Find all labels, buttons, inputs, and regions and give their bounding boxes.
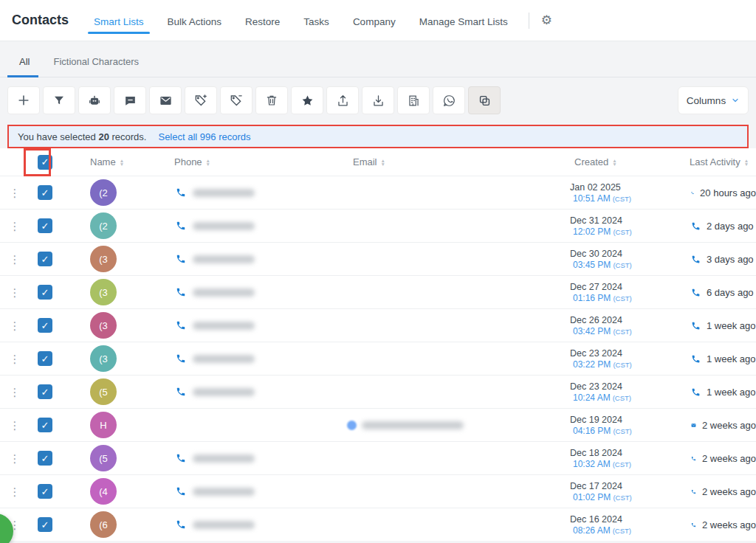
avatar[interactable]: (3	[90, 246, 117, 272]
row-checkbox[interactable]: ✓	[38, 517, 52, 532]
select-all-checkbox[interactable]: ✓	[38, 155, 52, 170]
avatar[interactable]: (3	[90, 312, 117, 339]
created-time: 12:02 PM(CST)	[570, 226, 632, 237]
selection-banner-wrap: You have selected 20 records. Select all…	[7, 125, 749, 148]
avatar[interactable]: H	[90, 412, 117, 438]
add-contact-button[interactable]	[7, 86, 40, 114]
sort-icon[interactable]: ▲▼	[381, 159, 385, 166]
redacted-phone	[193, 222, 255, 230]
filter-button[interactable]	[43, 86, 75, 114]
phone-icon	[176, 254, 186, 264]
last-activity-cell: 1 week ago	[675, 353, 756, 364]
company-button[interactable]	[397, 86, 430, 114]
table-row: ⋮ ✓ (5 Dec 23 2024 10:24 AM(CST) 1 week …	[0, 375, 756, 408]
row-menu-icon[interactable]: ⋮	[0, 486, 30, 497]
tab-restore[interactable]: Restore	[236, 3, 289, 38]
star-button[interactable]	[291, 86, 323, 114]
select-all-link[interactable]: Select all 996 records	[158, 131, 250, 142]
column-header-phone[interactable]: Phone▲▼	[174, 156, 347, 167]
remove-tag-button[interactable]	[220, 86, 252, 114]
avatar[interactable]: (2	[90, 179, 117, 206]
avatar[interactable]: (3	[90, 279, 117, 305]
row-menu-icon[interactable]: ⋮	[0, 254, 30, 265]
created-cell: Dec 19 2024 04:16 PM(CST)	[542, 415, 675, 436]
row-checkbox[interactable]: ✓	[38, 351, 52, 366]
automation-button[interactable]	[78, 86, 111, 114]
row-menu-icon[interactable]: ⋮	[0, 221, 30, 232]
list-tab-all[interactable]: All	[7, 46, 41, 77]
tab-bulk-actions[interactable]: Bulk Actions	[159, 3, 231, 38]
created-time: 08:26 AM(CST)	[570, 525, 631, 536]
import-button[interactable]	[362, 86, 394, 114]
created-date: Dec 27 2024	[570, 282, 622, 292]
tab-tasks[interactable]: Tasks	[295, 3, 338, 38]
tab-company[interactable]: Company	[344, 3, 405, 38]
tab-manage-smart-lists[interactable]: Manage Smart Lists	[410, 3, 517, 38]
column-header-last-activity[interactable]: Last Activity▲▼	[675, 156, 756, 167]
created-time: 10:24 AM(CST)	[570, 392, 631, 403]
created-cell: Dec 27 2024 01:16 PM(CST)	[542, 282, 675, 303]
row-checkbox[interactable]: ✓	[38, 451, 52, 466]
table-row: ⋮ ✓ (3 Dec 27 2024 01:16 PM(CST) 6 days …	[0, 275, 756, 308]
contacts-table: ✓ Name▲▼ Phone▲▼ Email▲▼ Created▲▼ Last …	[0, 148, 756, 541]
phone-icon	[176, 453, 186, 463]
email-cell	[347, 421, 542, 430]
row-menu-icon[interactable]: ⋮	[0, 353, 30, 364]
gear-icon[interactable]: ⚙	[541, 14, 552, 27]
created-date: Jan 02 2025	[570, 182, 621, 193]
avatar[interactable]: (5	[90, 445, 117, 471]
row-menu-icon[interactable]: ⋮	[0, 187, 30, 198]
last-activity-cell: 1 week ago	[675, 387, 756, 398]
columns-button[interactable]: Columns	[678, 86, 749, 114]
timezone-label: (CST)	[613, 294, 631, 302]
avatar[interactable]: (6	[90, 511, 117, 538]
row-checkbox[interactable]: ✓	[38, 318, 52, 333]
row-menu-icon[interactable]: ⋮	[0, 453, 30, 464]
avatar[interactable]: (4	[90, 478, 117, 505]
avatar[interactable]: (5	[90, 378, 117, 405]
row-checkbox[interactable]: ✓	[38, 484, 52, 499]
smart-list-tabs: All Fictional Characters	[0, 41, 756, 77]
phone-icon	[176, 320, 186, 331]
sort-icon[interactable]: ▲▼	[206, 159, 210, 166]
email-button[interactable]	[149, 86, 182, 114]
column-header-email[interactable]: Email▲▼	[347, 156, 542, 167]
list-tab-fictional-characters[interactable]: Fictional Characters	[41, 46, 151, 77]
merge-duplicates-button[interactable]	[468, 86, 501, 114]
created-date: Dec 19 2024	[570, 415, 622, 425]
delete-button[interactable]	[255, 86, 288, 114]
created-cell: Dec 16 2024 08:26 AM(CST)	[542, 514, 675, 536]
row-checkbox[interactable]: ✓	[38, 252, 52, 266]
row-menu-icon[interactable]: ⋮	[0, 387, 30, 398]
phone-icon	[176, 353, 186, 364]
row-menu-icon[interactable]: ⋮	[0, 287, 30, 298]
row-checkbox[interactable]: ✓	[38, 285, 52, 300]
created-cell: Dec 30 2024 03:45 PM(CST)	[542, 249, 675, 270]
whatsapp-button[interactable]	[433, 86, 465, 114]
sms-button[interactable]	[114, 86, 146, 114]
export-button[interactable]	[326, 86, 359, 114]
star-icon	[300, 94, 315, 108]
row-checkbox[interactable]: ✓	[38, 185, 52, 200]
avatar[interactable]: (2	[90, 212, 117, 239]
avatar[interactable]: (3	[90, 345, 117, 372]
row-menu-icon[interactable]: ⋮	[0, 420, 30, 431]
timezone-label: (CST)	[613, 394, 631, 402]
phone-icon	[176, 187, 186, 198]
row-menu-icon[interactable]: ⋮	[0, 320, 30, 331]
row-checkbox[interactable]: ✓	[38, 384, 52, 399]
phone-cell	[174, 519, 347, 530]
row-checkbox[interactable]: ✓	[38, 218, 52, 233]
sort-icon[interactable]: ▲▼	[120, 159, 124, 166]
redacted-phone	[193, 322, 255, 330]
phone-cell	[174, 453, 347, 463]
add-tag-button[interactable]	[185, 86, 217, 114]
table-row: ⋮ ✓ (3 Dec 26 2024 03:42 PM(CST) 1 week …	[0, 308, 756, 342]
column-header-created[interactable]: Created▲▼	[542, 156, 675, 167]
tab-smart-lists[interactable]: Smart Lists	[85, 3, 153, 38]
sort-icon[interactable]: ▲▼	[612, 159, 616, 166]
row-checkbox[interactable]: ✓	[38, 418, 52, 432]
phone-icon	[176, 287, 186, 297]
sort-icon[interactable]: ▲▼	[744, 159, 749, 166]
column-header-name[interactable]: Name▲▼	[62, 156, 174, 167]
